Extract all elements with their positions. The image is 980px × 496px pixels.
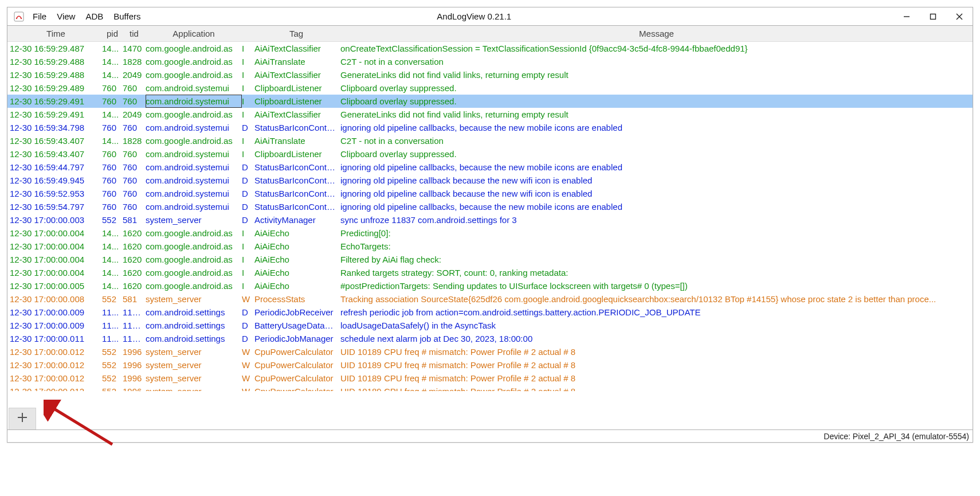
cell-app: com.android.settings: [146, 306, 242, 319]
log-row[interactable]: 12-30 17:00:00.003552581system_serverDAc…: [7, 213, 973, 226]
cell-app: com.google.android.as: [146, 134, 242, 147]
cell-app: com.android.systemui: [146, 161, 242, 174]
svg-point-1: [16, 17, 17, 18]
cell-tag: AiAiEcho: [254, 240, 338, 253]
cell-tag: ClipboardListener: [254, 81, 338, 95]
log-row[interactable]: 12-30 16:59:29.49114...2049com.google.an…: [7, 108, 973, 121]
cell-time: 12-30 16:59:49.945: [7, 174, 102, 187]
log-table-body[interactable]: 12-30 16:59:29.48714...1470com.google.an…: [7, 42, 973, 408]
menu-file[interactable]: File: [33, 11, 46, 21]
minimize-icon[interactable]: [893, 7, 920, 26]
log-row[interactable]: 12-30 17:00:00.00414...1620com.google.an…: [7, 266, 973, 279]
log-row[interactable]: 12-30 17:00:00.0125521996system_serverWC…: [7, 358, 973, 372]
cell-app: com.google.android.as: [146, 240, 242, 253]
column-header-message[interactable]: Message: [338, 29, 973, 38]
cell-level: D: [242, 332, 254, 345]
add-filter-button[interactable]: [9, 408, 36, 429]
menu-adb[interactable]: ADB: [85, 11, 103, 21]
cell-msg: refresh periodic job from action=com.and…: [338, 306, 973, 319]
log-row[interactable]: 12-30 16:59:54.797760760com.android.syst…: [7, 200, 973, 213]
log-row[interactable]: 12-30 16:59:29.48814...1828com.google.an…: [7, 55, 973, 68]
log-row[interactable]: 12-30 17:00:00.00414...1620com.google.an…: [7, 253, 973, 266]
cell-tid: 581: [123, 213, 146, 226]
column-header-pid[interactable]: pid: [102, 29, 123, 38]
cell-app: com.android.settings: [146, 332, 242, 345]
cell-time: 12-30 16:59:43.407: [7, 147, 102, 161]
cell-tag: ClipboardListener: [254, 147, 338, 161]
cell-msg: loadUsageDataSafely() in the AsyncTask: [338, 319, 973, 332]
cell-level: I: [242, 226, 254, 240]
cell-tag: StatusBarIconControlle: [254, 121, 338, 134]
menu-buffers[interactable]: Buffers: [113, 11, 140, 21]
log-row[interactable]: 12-30 16:59:29.491760760com.android.syst…: [7, 95, 973, 108]
cell-time: 12-30 16:59:29.489: [7, 81, 102, 95]
menu-view[interactable]: View: [57, 11, 75, 21]
cell-pid: 11...: [102, 332, 123, 345]
cell-app: com.android.systemui: [146, 174, 242, 187]
cell-level: W: [242, 372, 254, 385]
cell-tag: AiAiTranslate: [254, 134, 338, 147]
cell-time: 12-30 17:00:00.012: [7, 358, 102, 372]
cell-app: system_server: [146, 292, 242, 306]
cell-tid: 760: [123, 174, 146, 187]
cell-tid: 11837: [123, 332, 146, 345]
cell-tag: ClipboardListener: [254, 95, 338, 108]
cell-level: D: [242, 319, 254, 332]
log-row[interactable]: 12-30 16:59:52.953760760com.android.syst…: [7, 187, 973, 200]
log-row[interactable]: 12-30 17:00:00.0125521996system_serverWC…: [7, 385, 973, 391]
cell-time: 12-30 16:59:29.488: [7, 68, 102, 81]
maximize-icon[interactable]: [920, 7, 946, 26]
log-row[interactable]: 12-30 17:00:00.01111...11837com.android.…: [7, 332, 973, 345]
cell-tag: CpuPowerCalculator: [254, 358, 338, 372]
cell-level: I: [242, 55, 254, 68]
cell-msg: ignoring old pipeline callbacks, because…: [338, 121, 973, 134]
cell-time: 12-30 17:00:00.008: [7, 292, 102, 306]
cell-tid: 1620: [123, 240, 146, 253]
cell-msg: Clipboard overlay suppressed.: [338, 95, 973, 108]
log-row[interactable]: 12-30 16:59:49.945760760com.android.syst…: [7, 174, 973, 187]
cell-msg: C2T - not in a conversation: [338, 134, 973, 147]
cell-app: com.android.systemui: [146, 200, 242, 213]
cell-tag: CpuPowerCalculator: [254, 345, 338, 358]
cell-tag: StatusBarIconControlle: [254, 161, 338, 174]
cell-level: D: [242, 121, 254, 134]
log-row[interactable]: 12-30 16:59:29.489760760com.android.syst…: [7, 81, 973, 95]
cell-time: 12-30 17:00:00.011: [7, 332, 102, 345]
close-icon[interactable]: [946, 7, 973, 26]
log-row[interactable]: 12-30 16:59:29.48714...1470com.google.an…: [7, 42, 973, 55]
titlebar: File View ADB Buffers AndLogView 0.21.1: [7, 7, 973, 26]
cell-app: system_server: [146, 385, 242, 391]
log-row[interactable]: 12-30 16:59:43.40714...1828com.google.an…: [7, 134, 973, 147]
cell-pid: 760: [102, 174, 123, 187]
log-row[interactable]: 12-30 17:00:00.00911...11837com.android.…: [7, 306, 973, 319]
cell-app: com.google.android.as: [146, 226, 242, 240]
log-row[interactable]: 12-30 17:00:00.008552581system_serverWPr…: [7, 292, 973, 306]
cell-tag: AiAiEcho: [254, 226, 338, 240]
log-row[interactable]: 12-30 17:00:00.0125521996system_serverWC…: [7, 372, 973, 385]
cell-level: I: [242, 279, 254, 292]
log-row[interactable]: 12-30 17:00:00.00514...1620com.google.an…: [7, 279, 973, 292]
cell-tag: AiAiEcho: [254, 279, 338, 292]
column-header-time[interactable]: Time: [7, 29, 102, 38]
log-row[interactable]: 12-30 16:59:43.407760760com.android.syst…: [7, 147, 973, 161]
column-header-tid[interactable]: tid: [123, 29, 146, 38]
cell-tid: 760: [123, 187, 146, 200]
column-header-tag[interactable]: Tag: [254, 29, 338, 38]
cell-tid: 1996: [123, 345, 146, 358]
cell-level: D: [242, 187, 254, 200]
log-row[interactable]: 12-30 16:59:44.797760760com.android.syst…: [7, 161, 973, 174]
log-row[interactable]: 12-30 16:59:29.48814...2049com.google.an…: [7, 68, 973, 81]
log-row[interactable]: 12-30 16:59:34.798760760com.android.syst…: [7, 121, 973, 134]
cell-pid: 552: [102, 385, 123, 391]
cell-msg: Tracking association SourceState{625df26…: [338, 292, 973, 306]
log-row[interactable]: 12-30 17:00:00.00414...1620com.google.an…: [7, 226, 973, 240]
cell-tag: CpuPowerCalculator: [254, 385, 338, 391]
log-row[interactable]: 12-30 17:00:00.0125521996system_serverWC…: [7, 345, 973, 358]
cell-msg: Ranked targets strategy: SORT, count: 0,…: [338, 266, 973, 279]
log-row[interactable]: 12-30 17:00:00.00911...11857com.android.…: [7, 319, 973, 332]
column-header-app[interactable]: Application: [146, 29, 242, 38]
log-row[interactable]: 12-30 17:00:00.00414...1620com.google.an…: [7, 240, 973, 253]
cell-msg: ignoring old pipeline callback because t…: [338, 187, 973, 200]
cell-app: system_server: [146, 372, 242, 385]
cell-app: system_server: [146, 213, 242, 226]
